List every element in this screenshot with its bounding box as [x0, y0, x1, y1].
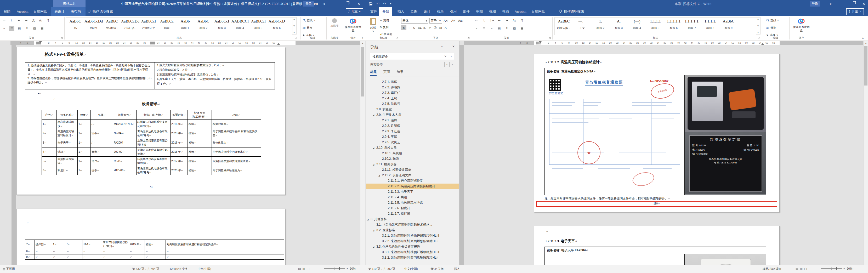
nav-item[interactable]: 2.11.2.5. 电热恒温水浴锅 — [366, 200, 459, 206]
restore-button[interactable] — [342, 0, 353, 7]
status-language[interactable]: 中文(中国) — [198, 267, 211, 271]
bullets-icon[interactable]: ≔ — [474, 18, 479, 23]
table-cell[interactable]: 博伟↵ — [91, 157, 113, 166]
nav-result-arrows[interactable]: ∧ ∨ — [444, 62, 455, 67]
redo-icon[interactable]: ↷ — [381, 0, 388, 7]
nav-search-input[interactable]: 投标保证金 ✕ ˅ — [370, 53, 454, 60]
borders-icon[interactable]: ▦ — [39, 26, 45, 31]
style-tile[interactable]: 1.1.1.1.1标题 6 — [664, 18, 683, 33]
ribbon-tab-1[interactable]: 帮助 — [1, 7, 13, 16]
underline-icon[interactable]: U — [412, 25, 417, 30]
nav-item[interactable]: ◢3. 其他资料 — [366, 216, 459, 222]
ribbon-tab-4[interactable]: 表设计 — [51, 7, 68, 16]
nav-item[interactable]: 2.7.5. 沈凤云 — [366, 101, 459, 107]
table-cell[interactable]: NZ-3A↵ — [113, 129, 136, 138]
table-cell[interactable]: 检验↵ — [145, 240, 166, 249]
status-insert-mode[interactable]: 插入 — [454, 267, 460, 271]
table-cell[interactable]: 天泰↵ — [91, 147, 113, 156]
nav-item[interactable]: 2.10.1. 高晓丽 — [366, 151, 459, 156]
increase-indent-icon[interactable]: ⇥ — [504, 18, 509, 23]
cut-button[interactable]: ✂剪切 — [380, 18, 389, 23]
tell-me-search[interactable]: 操作说明搜索 — [87, 7, 113, 16]
view-shortcuts[interactable]: ▤▥▢ — [298, 267, 311, 270]
status-word-count[interactable]: 12/11048 个字 — [169, 267, 188, 271]
style-tile[interactable]: AaBbCcl标题 5 — [249, 18, 268, 33]
table-cell[interactable]: ↵ — [166, 254, 284, 260]
font-size-combo[interactable]: 五号▾ — [429, 18, 442, 24]
table-cell[interactable]: ↵ — [82, 254, 102, 260]
save-to-baidu-button[interactable]: 保存到百度网盘 — [792, 18, 811, 32]
find-button[interactable]: 查找 ˅ — [303, 18, 315, 23]
table-cell[interactable]: ↵ — [129, 249, 145, 254]
sort-icon[interactable]: A↓ — [512, 18, 517, 23]
table-cell[interactable]: 1↵ — [78, 138, 91, 147]
table-cell[interactable]: 检验↵ — [188, 147, 212, 156]
share-button[interactable]: ⤴共享 ˅ — [346, 8, 363, 15]
share-button[interactable]: ⤴共享 ˅ — [846, 8, 864, 15]
ribbon-tab-12[interactable]: Acrobat — [512, 7, 530, 16]
nav-item[interactable]: ◢2.11.2. 设备证明文件 — [366, 173, 459, 178]
font-family-combo[interactable]: 宋体▾ — [401, 18, 428, 24]
table-cell[interactable]: 电子天平↵ — [57, 138, 78, 147]
nav-item[interactable]: ◢2.9. 生产技术人员 — [366, 112, 459, 118]
style-tile[interactable]: (一)标题 4 — [628, 18, 646, 33]
nav-item[interactable]: 2.11.2.3. 电子天平 — [366, 189, 459, 194]
table-cell[interactable]: ↵ — [66, 249, 82, 254]
table-cell[interactable]: 恒泰↵ — [91, 166, 113, 175]
highlight-icon[interactable]: ab̲ — [438, 25, 443, 30]
style-tile[interactable]: AABBCCI标题 4 — [231, 18, 249, 33]
table-cell[interactable]: 青岛恒泰达机电设备有限公司/青岛↵ — [136, 129, 170, 138]
signin-button[interactable]: 登录 — [810, 1, 820, 6]
table-cell[interactable]: 绍兴博伟仪器设备有限公司/绍兴↵ — [136, 157, 170, 166]
clear-search-icon[interactable]: ✕ — [444, 55, 447, 58]
table-cell[interactable]: ↵ — [166, 249, 284, 254]
view-shortcuts[interactable]: ▤▥▢ — [796, 267, 808, 270]
center-icon[interactable]: ☰ — [482, 26, 487, 31]
table-cell[interactable]: /↵ — [91, 138, 113, 147]
close-button[interactable]: ✕ — [353, 0, 365, 7]
table-cell[interactable]: ↵ — [145, 249, 166, 254]
style-tile[interactable]: AaBb标题 1 — [176, 18, 194, 33]
nav-item[interactable]: ◢2.11. 检测设备 — [366, 161, 459, 167]
copy-button[interactable]: ⧉复制 — [380, 25, 389, 30]
table-cell[interactable]: 岩心流动试验仪↵ — [57, 120, 78, 129]
show-marks-icon[interactable]: ¶ — [519, 18, 525, 23]
table-cell[interactable]: 用于测量液体或半固体 材料粘度的仪器↵ — [212, 129, 261, 138]
ribbon-tab-6[interactable]: 布局 — [434, 7, 447, 16]
asian-layout-icon[interactable]: 文 — [31, 18, 36, 23]
ribbon-display-options-icon[interactable]: ⌅ — [318, 0, 330, 7]
style-tile[interactable]: AaBbCcI↵报告正文 — [140, 18, 158, 33]
grow-font-icon[interactable]: A˄ — [443, 18, 448, 23]
align-left-icon[interactable]: ≡ — [2, 26, 7, 31]
status-track-changes[interactable]: 修订: 关闭 — [431, 267, 443, 271]
nav-item[interactable]: 2.7.3. 李江任 — [366, 90, 459, 96]
table-cell[interactable]: ↵ — [35, 254, 52, 260]
bold-icon[interactable]: B — [401, 25, 406, 30]
center-icon[interactable]: ☰ — [9, 26, 14, 31]
table-cell[interactable]: 水浴恒温加热和其他温度试验↵ — [212, 157, 261, 166]
table-cell[interactable]: 2↵ — [42, 129, 57, 138]
horizontal-ruler[interactable]: 4224681012141618202224262830323436384042… — [464, 41, 863, 45]
restore-button[interactable] — [848, 0, 859, 7]
zoom-slider[interactable] — [821, 268, 842, 269]
table-cell[interactable]: JJ-1↵ — [82, 240, 102, 249]
status-page-info[interactable]: 第 110 页，共 202 页 — [368, 267, 395, 271]
table-cell[interactable]: 粘度计↵ — [57, 166, 78, 175]
right-page-2[interactable]: ↵ • 2.11.2.3. 电子天平↵ 设备名称: 电子天平 FA2004↵ — [534, 226, 780, 265]
ribbon-tab-13[interactable]: 百度网盘 — [528, 7, 548, 16]
scroll-up-arrow[interactable]: ▲ — [361, 41, 365, 45]
style-tile[interactable]: 一、正文 — [573, 18, 591, 33]
increase-indent-icon[interactable]: ⇥ — [24, 18, 29, 23]
table-cell[interactable]: 2016 年↵ — [170, 138, 188, 147]
table-cell[interactable]: 2017 年↵ — [170, 157, 188, 166]
right-page-1[interactable]: • 2.11.2.2. 高温高压同轴旋转粘度计↵ 设备名称: 粘滞系数测定仪 N… — [534, 54, 780, 212]
addins-button[interactable]: 加载项 — [328, 18, 341, 27]
expanded-triangle-icon[interactable]: ◢ — [378, 173, 382, 178]
expanded-triangle-icon[interactable]: ◢ — [373, 162, 376, 167]
table-cell[interactable]: 4↵ — [42, 147, 57, 156]
shading-icon[interactable]: ▨ — [32, 26, 37, 31]
status-language[interactable]: 中文(中国) — [404, 267, 417, 271]
table-cell[interactable]: 1↵ — [78, 157, 91, 166]
style-tile[interactable]: AaBbCcI标题 3 — [213, 18, 231, 33]
decrease-indent-icon[interactable]: ⇤ — [497, 18, 502, 23]
